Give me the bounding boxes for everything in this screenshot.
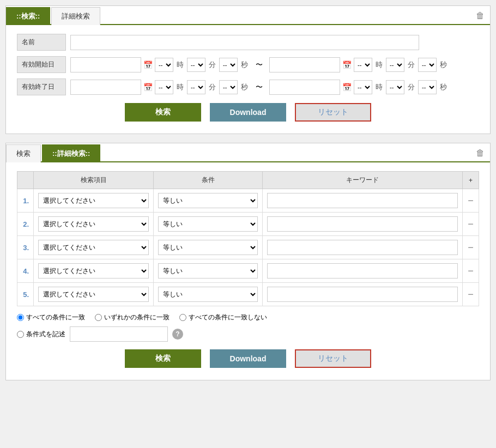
cond-cell-4: 等しい: [154, 259, 263, 283]
kw-cell-1: [263, 189, 463, 213]
advanced-reset-button[interactable]: リセット: [295, 349, 371, 368]
item-cell-3: 選択してください: [34, 236, 154, 259]
basic-download-button[interactable]: Download: [210, 103, 286, 122]
radio-all-input[interactable]: [17, 314, 24, 321]
end-sec-select[interactable]: --: [219, 80, 238, 94]
item-select-4[interactable]: 選択してください: [38, 263, 149, 279]
end-hour-label2: 時: [374, 82, 384, 92]
minus-btn-3[interactable]: −: [463, 236, 479, 259]
end-date-label: 有効終了日: [17, 78, 66, 95]
end-hour-select2[interactable]: --: [354, 80, 372, 94]
start-date-row: 有効開始日 📅 -- 時 -- 分 -- 秒 〜 📅 -- 時 -- 分 -- …: [17, 56, 479, 73]
condition-match-row: すべての条件に一致 いずれかの条件に一致 すべての条件に一致しない: [17, 313, 479, 322]
radio-expr-label: 条件式を記述: [26, 330, 65, 339]
item-select-5[interactable]: 選択してください: [38, 287, 149, 302]
cond-select-4[interactable]: 等しい: [158, 263, 258, 279]
radio-any-input[interactable]: [95, 314, 102, 321]
end-min-select2[interactable]: --: [386, 80, 404, 94]
name-label: 名前: [17, 34, 66, 51]
keyword-input-5[interactable]: [267, 287, 458, 302]
item-cell-5: 選択してください: [34, 283, 154, 306]
tab-advanced[interactable]: 詳細検索: [51, 7, 100, 25]
th-item: 検索項目: [34, 172, 154, 189]
advanced-download-button[interactable]: Download: [210, 349, 286, 368]
basic-search-form: 名前 有効開始日 📅 -- 時 -- 分 -- 秒 〜 📅 -- 時: [6, 25, 490, 134]
start-date-input[interactable]: [70, 57, 141, 72]
end-hour-label: 時: [176, 82, 185, 92]
kw-cell-3: [263, 236, 463, 259]
start-hour-select2[interactable]: --: [354, 58, 372, 72]
radio-any[interactable]: いずれかの条件に一致: [95, 313, 170, 322]
cond-cell-5: 等しい: [154, 283, 263, 306]
end-min-label2: 分: [407, 82, 416, 92]
start-min-select[interactable]: --: [187, 58, 205, 72]
radio-none-label: すべての条件に一致しない: [189, 313, 267, 322]
end-date-icon2[interactable]: 📅: [342, 83, 352, 92]
tab-search[interactable]: ::検索::: [6, 7, 50, 25]
trash-icon2[interactable]: 🗑: [470, 145, 490, 161]
cond-select-3[interactable]: 等しい: [158, 240, 258, 255]
cond-select-5[interactable]: 等しい: [158, 287, 258, 302]
keyword-input-3[interactable]: [267, 240, 458, 255]
radio-none[interactable]: すべての条件に一致しない: [179, 313, 267, 322]
end-hour-select[interactable]: --: [155, 80, 173, 94]
start-date-input2[interactable]: [269, 57, 340, 72]
tab-search2[interactable]: 検索: [6, 144, 41, 162]
end-sec-select2[interactable]: --: [418, 80, 437, 94]
start-hour-select[interactable]: --: [155, 58, 173, 72]
start-min-select2[interactable]: --: [386, 58, 404, 72]
keyword-input-1[interactable]: [267, 193, 458, 208]
end-min-select[interactable]: --: [187, 80, 205, 94]
start-sec-select[interactable]: --: [219, 58, 238, 72]
tab-advanced2[interactable]: ::詳細検索::: [42, 144, 100, 162]
start-sec-label: 秒: [240, 60, 249, 70]
row-num-5: 5.: [17, 283, 34, 306]
minus-btn-2[interactable]: −: [463, 213, 479, 236]
radio-none-input[interactable]: [179, 314, 186, 321]
row-num-1: 1.: [17, 189, 34, 213]
plus-button[interactable]: +: [463, 172, 479, 189]
basic-search-buttons: 検索 Download リセット: [17, 103, 479, 122]
cond-select-1[interactable]: 等しい: [158, 193, 258, 208]
end-sec-label2: 秒: [439, 82, 448, 92]
kw-cell-4: [263, 259, 463, 283]
basic-reset-button[interactable]: リセット: [295, 103, 371, 122]
th-cond: 条件: [154, 172, 263, 189]
start-date-icon2[interactable]: 📅: [342, 60, 352, 69]
end-sec-label: 秒: [240, 82, 249, 92]
cond-select-2[interactable]: 等しい: [158, 216, 258, 232]
start-date-label: 有効開始日: [17, 56, 66, 73]
radio-all[interactable]: すべての条件に一致: [17, 313, 85, 322]
end-date-input[interactable]: [70, 80, 141, 95]
help-icon[interactable]: ?: [172, 329, 183, 340]
start-sec-label2: 秒: [439, 60, 448, 70]
name-input[interactable]: [70, 35, 419, 50]
table-row: 1. 選択してください 等しい −: [17, 189, 479, 213]
expr-input[interactable]: [70, 326, 168, 342]
end-date-input2[interactable]: [269, 80, 340, 95]
item-select-2[interactable]: 選択してください: [38, 216, 149, 232]
start-date-icon[interactable]: 📅: [143, 60, 153, 69]
cond-cell-2: 等しい: [154, 213, 263, 236]
start-hour-label2: 時: [374, 60, 384, 70]
end-date-icon[interactable]: 📅: [143, 83, 153, 92]
advanced-search-table: 検索項目 条件 キーワード + 1. 選択してください 等しい − 2.: [17, 171, 479, 306]
item-cell-2: 選択してください: [34, 213, 154, 236]
minus-btn-1[interactable]: −: [463, 189, 479, 213]
advanced-search-tabs: 検索 ::詳細検索:: 🗑: [6, 143, 490, 162]
start-sec-select2[interactable]: --: [418, 58, 437, 72]
minus-btn-4[interactable]: −: [463, 259, 479, 283]
trash-icon[interactable]: 🗑: [470, 8, 490, 24]
minus-btn-5[interactable]: −: [463, 283, 479, 306]
basic-search-button[interactable]: 検索: [125, 103, 201, 122]
radio-expr-input[interactable]: [17, 331, 24, 338]
kw-cell-2: [263, 213, 463, 236]
advanced-search-button[interactable]: 検索: [125, 349, 201, 368]
keyword-input-4[interactable]: [267, 263, 458, 279]
radio-expr[interactable]: 条件式を記述: [17, 330, 65, 339]
item-select-3[interactable]: 選択してください: [38, 240, 149, 255]
item-select-1[interactable]: 選択してください: [38, 193, 149, 208]
basic-search-tabs: ::検索:: 詳細検索 🗑: [6, 6, 490, 25]
keyword-input-2[interactable]: [267, 216, 458, 232]
advanced-search-buttons: 検索 Download リセット: [17, 349, 479, 368]
